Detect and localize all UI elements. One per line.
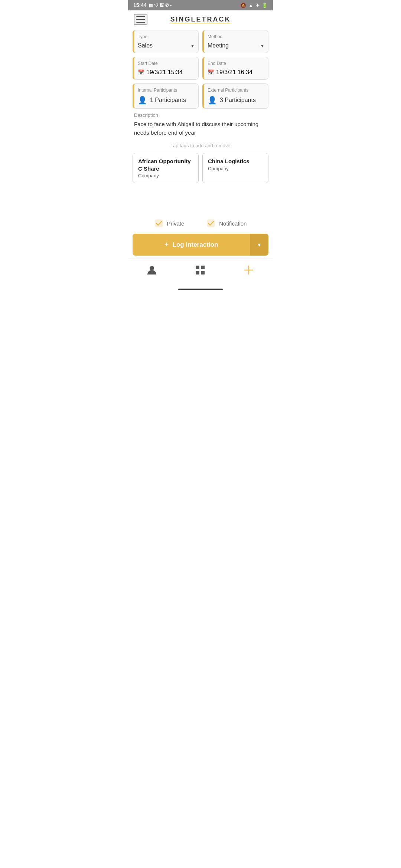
log-btn-label: Log Interaction: [173, 241, 218, 249]
end-date-inner: 📅 19/3/21 16:34: [208, 69, 264, 76]
shield-icon: 🛡: [154, 3, 158, 7]
internal-participants-field[interactable]: Internal Participants 👤 1 Participants: [133, 83, 199, 109]
tags-section: Tap tags to add and remove African Oppor…: [133, 143, 268, 183]
app-header: SINGLETRACK: [128, 10, 273, 27]
start-date-inner: 📅 19/3/21 15:34: [138, 69, 194, 76]
external-participants-inner: 👤 3 Participants: [208, 96, 264, 105]
internal-participants-value: 1 Participants: [150, 97, 186, 103]
end-date-value: 19/3/21 16:34: [216, 69, 252, 76]
private-checkbox[interactable]: Private: [154, 219, 185, 228]
start-calendar-icon: 📅: [138, 69, 144, 75]
log-plus-icon: +: [164, 240, 169, 249]
profile-icon: [147, 265, 157, 277]
date-row: Start Date 📅 19/3/21 15:34 End Date 📅 19…: [133, 57, 268, 80]
end-date-label: End Date: [208, 61, 264, 66]
description-section: Description Face to face with Abigail to…: [133, 112, 268, 137]
log-interaction-button[interactable]: + Log Interaction: [133, 234, 250, 256]
notification-label: Notification: [219, 220, 247, 227]
method-value: Meeting: [208, 42, 229, 49]
start-date-value: 19/3/21 15:34: [146, 69, 183, 76]
checkboxes-row: Private Notification: [133, 211, 268, 234]
private-label: Private: [167, 220, 185, 227]
nav-add[interactable]: [236, 263, 261, 279]
main-content: Type Sales ▾ Method Meeting ▾ Start Date…: [128, 27, 273, 259]
svg-rect-6: [201, 271, 205, 274]
external-person-icon: 👤: [208, 96, 217, 105]
doc-icon: ▤: [149, 3, 153, 8]
method-value-container: Meeting ▾: [208, 42, 264, 49]
external-participants-label: External Participants: [208, 88, 264, 93]
external-participants-field[interactable]: External Participants 👤 3 Participants: [202, 83, 268, 109]
start-date-field[interactable]: Start Date 📅 19/3/21 15:34: [133, 57, 199, 80]
bottom-nav: [128, 259, 273, 286]
nav-grid[interactable]: [188, 263, 213, 279]
dot-icon: ●: [170, 4, 172, 7]
battery-icon: 🔋: [262, 3, 268, 8]
status-right: 🔕 ▲ ✈ 🔋: [240, 3, 268, 8]
tag-item-0[interactable]: African Opportunity C Share Company: [133, 153, 199, 183]
status-left: 15:44 ▤ 🛡 🖼 ✆ ●: [133, 2, 172, 8]
grid-icon: [195, 265, 205, 277]
log-dropdown-button[interactable]: ▼: [250, 234, 268, 256]
image-icon: 🖼: [160, 3, 164, 7]
type-label: Type: [138, 34, 194, 39]
participants-row: Internal Participants 👤 1 Participants E…: [133, 83, 268, 109]
tag-name-0: African Opportunity C Share: [138, 158, 193, 172]
svg-rect-4: [201, 266, 205, 269]
method-label: Method: [208, 34, 264, 39]
type-value-container: Sales ▾: [138, 42, 194, 49]
airplane-icon: ✈: [255, 3, 260, 8]
tag-name-1: China Logistics: [208, 158, 263, 165]
app-title: SINGLETRACK: [170, 16, 231, 23]
start-date-label: Start Date: [138, 61, 194, 66]
end-date-field[interactable]: End Date 📅 19/3/21 16:34: [202, 57, 268, 80]
internal-person-icon: 👤: [138, 96, 147, 105]
nav-profile[interactable]: [140, 263, 164, 279]
svg-rect-3: [196, 266, 199, 269]
home-bar: [178, 289, 223, 290]
type-method-row: Type Sales ▾ Method Meeting ▾: [133, 30, 268, 53]
menu-button[interactable]: [134, 14, 147, 25]
type-field[interactable]: Type Sales ▾: [133, 30, 199, 53]
log-interaction-container: + Log Interaction ▼: [133, 234, 268, 256]
wifi-icon: ▲: [248, 3, 253, 8]
mute-icon: 🔕: [240, 3, 246, 8]
home-indicator: [128, 286, 273, 292]
svg-point-2: [150, 266, 154, 270]
method-dropdown-arrow: ▾: [261, 43, 264, 49]
end-calendar-icon: 📅: [208, 69, 214, 75]
internal-participants-label: Internal Participants: [138, 88, 194, 93]
phone-icon: ✆: [165, 3, 169, 8]
method-field[interactable]: Method Meeting ▾: [202, 30, 268, 53]
private-check-icon: [154, 219, 163, 228]
tags-hint: Tap tags to add and remove: [133, 143, 268, 148]
tag-type-0: Company: [138, 173, 193, 178]
add-icon: [244, 265, 254, 277]
hamburger-line-1: [136, 16, 145, 17]
log-dropdown-arrow: ▼: [257, 242, 262, 248]
type-value: Sales: [138, 42, 153, 49]
description-label: Description: [134, 112, 267, 118]
internal-participants-inner: 👤 1 Participants: [138, 96, 194, 105]
spacer: [133, 189, 268, 211]
hamburger-line-2: [136, 19, 145, 20]
tag-item-1[interactable]: China Logistics Company: [202, 153, 268, 183]
description-text: Face to face with Abigail to discuss the…: [134, 120, 267, 137]
type-dropdown-arrow: ▾: [191, 43, 194, 49]
hamburger-line-3: [136, 22, 145, 23]
svg-rect-5: [196, 271, 199, 274]
tag-type-1: Company: [208, 166, 263, 171]
status-bar: 15:44 ▤ 🛡 🖼 ✆ ● 🔕 ▲ ✈ 🔋: [128, 0, 273, 10]
status-icons: ▤ 🛡 🖼 ✆ ●: [149, 3, 172, 8]
external-participants-value: 3 Participants: [220, 97, 256, 103]
notification-check-icon: [206, 219, 215, 228]
status-time: 15:44: [133, 2, 147, 8]
notification-checkbox[interactable]: Notification: [206, 219, 247, 228]
tags-row: African Opportunity C Share Company Chin…: [133, 153, 268, 183]
